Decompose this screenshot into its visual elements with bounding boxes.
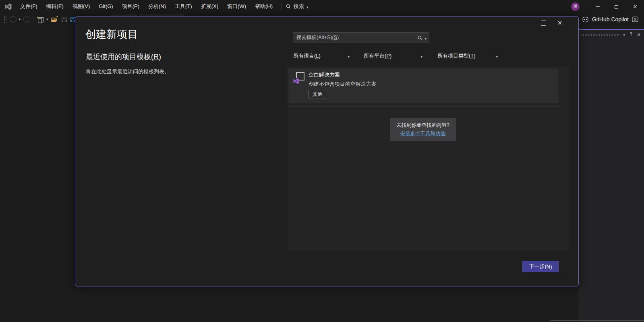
navigate-back-dropdown[interactable] bbox=[18, 13, 22, 26]
copilot-label: GitHub Copilot bbox=[592, 16, 629, 23]
template-tag-other[interactable]: 其他 bbox=[309, 90, 326, 99]
visual-studio-window: 文件(F) 编辑(E) 视图(V) Git(G) 项目(P) 分析(N) 工具(… bbox=[0, 0, 644, 322]
restore-button[interactable] bbox=[607, 0, 625, 13]
install-tools-link[interactable]: 安装多个工具和功能 bbox=[396, 130, 449, 137]
menu-view[interactable]: 视图(V) bbox=[68, 0, 94, 13]
bottom-panel-edge bbox=[550, 320, 644, 321]
blank-solution-icon bbox=[293, 72, 304, 85]
panel-divider bbox=[502, 287, 502, 322]
copilot-account-icon bbox=[632, 16, 638, 23]
navigate-forward-button[interactable]: → bbox=[22, 13, 31, 26]
toolbar-drag-grip[interactable] bbox=[4, 15, 6, 23]
chevron-down-icon[interactable] bbox=[425, 34, 427, 41]
filter-all-languages[interactable]: 所有语言(L) bbox=[293, 51, 350, 61]
dialog-title: 创建新项目 bbox=[85, 27, 138, 41]
chevron-down-icon bbox=[420, 53, 422, 59]
template-item-blank-solution[interactable]: 空白解决方案 创建不包含项目的空解决方案 其他 bbox=[288, 68, 558, 103]
global-search-button[interactable]: 搜索 bbox=[286, 3, 309, 10]
save-icon bbox=[61, 16, 68, 23]
open-folder-icon bbox=[51, 16, 58, 23]
search-icon[interactable] bbox=[417, 35, 423, 41]
restore-icon bbox=[615, 5, 618, 9]
template-name: 空白解决方案 bbox=[309, 71, 340, 78]
template-list: 空白解决方案 创建不包含项目的空解决方案 其他 未找到你要查找的内容? 安装多个… bbox=[288, 66, 569, 251]
new-project-dropdown[interactable] bbox=[45, 13, 49, 26]
filter-label: 所有平台(P) bbox=[364, 52, 391, 60]
menu-edit[interactable]: 编辑(E) bbox=[42, 0, 68, 13]
chevron-down-icon bbox=[306, 4, 309, 10]
list-separator bbox=[288, 107, 559, 107]
filter-label: 所有项目类型(T) bbox=[437, 52, 476, 60]
dialog-close-button[interactable] bbox=[555, 18, 565, 28]
not-found-message: 未找到你要查找的内容? bbox=[396, 122, 449, 129]
search-icon bbox=[286, 4, 291, 9]
tool-window-header[interactable] bbox=[579, 30, 644, 39]
global-search-label: 搜索 bbox=[294, 3, 304, 10]
close-button[interactable] bbox=[625, 0, 644, 13]
recent-templates-hint: 将在此处显示最近访问的模板列表。 bbox=[86, 68, 170, 75]
dialog-maximize-button[interactable] bbox=[539, 19, 548, 27]
new-project-button[interactable] bbox=[35, 13, 45, 26]
template-search-input[interactable]: 搜索模板(Alt+S)(S) bbox=[293, 32, 429, 43]
filter-all-platforms[interactable]: 所有平台(P) bbox=[364, 51, 422, 61]
window-position-menu-icon[interactable] bbox=[623, 31, 625, 38]
new-project-icon bbox=[37, 16, 44, 23]
account-avatar[interactable]: 满 bbox=[571, 2, 580, 11]
menu-git[interactable]: Git(G) bbox=[94, 0, 117, 13]
github-copilot-status[interactable]: GitHub Copilot bbox=[582, 13, 638, 26]
template-description: 创建不包含项目的空解决方案 bbox=[309, 80, 377, 88]
menu-file[interactable]: 文件(F) bbox=[16, 0, 42, 13]
navigate-back-button[interactable]: ← bbox=[8, 13, 17, 26]
menu-help[interactable]: 帮助(H) bbox=[251, 0, 277, 13]
copilot-icon bbox=[582, 16, 589, 23]
recent-templates-header: 最近使用的项目模板(R) bbox=[86, 52, 161, 62]
filter-all-project-types[interactable]: 所有项目类型(T) bbox=[437, 51, 498, 61]
titlebar-separator bbox=[281, 3, 282, 10]
back-arrow-icon: ← bbox=[10, 16, 17, 23]
create-new-project-dialog: 创建新项目 最近使用的项目模板(R) 将在此处显示最近访问的模板列表。 搜索模板… bbox=[75, 16, 579, 287]
minimize-button[interactable] bbox=[588, 0, 607, 13]
titlebar: 文件(F) 编辑(E) 视图(V) Git(G) 项目(P) 分析(N) 工具(… bbox=[0, 0, 644, 13]
toolbar-separator bbox=[33, 16, 33, 23]
chevron-down-icon bbox=[496, 53, 498, 59]
pin-icon[interactable] bbox=[629, 32, 634, 37]
not-found-box: 未找到你要查找的内容? 安装多个工具和功能 bbox=[390, 118, 456, 141]
open-folder-button[interactable] bbox=[50, 13, 59, 26]
tool-window-close-icon[interactable] bbox=[637, 31, 641, 38]
menu-window[interactable]: 窗口(W) bbox=[223, 0, 251, 13]
close-icon bbox=[633, 4, 637, 10]
maximize-icon bbox=[541, 21, 546, 26]
save-button[interactable] bbox=[60, 13, 68, 26]
filter-label: 所有语言(L) bbox=[293, 52, 321, 60]
visual-studio-logo-icon bbox=[5, 3, 12, 10]
minimize-icon bbox=[596, 6, 600, 7]
template-search-placeholder: 搜索模板(Alt+S)(S) bbox=[293, 34, 417, 41]
right-tool-window bbox=[579, 29, 644, 322]
next-button[interactable]: 下一步(N) bbox=[522, 261, 559, 272]
chevron-down-icon bbox=[348, 53, 350, 59]
menu-tools[interactable]: 工具(T) bbox=[170, 0, 197, 13]
menu-project[interactable]: 项目(P) bbox=[118, 0, 144, 13]
menu-extensions[interactable]: 扩展(X) bbox=[197, 0, 223, 13]
forward-arrow-icon: → bbox=[23, 16, 30, 23]
menu-analyze[interactable]: 分析(N) bbox=[144, 0, 170, 13]
tool-window-drag-grip[interactable] bbox=[581, 33, 619, 36]
